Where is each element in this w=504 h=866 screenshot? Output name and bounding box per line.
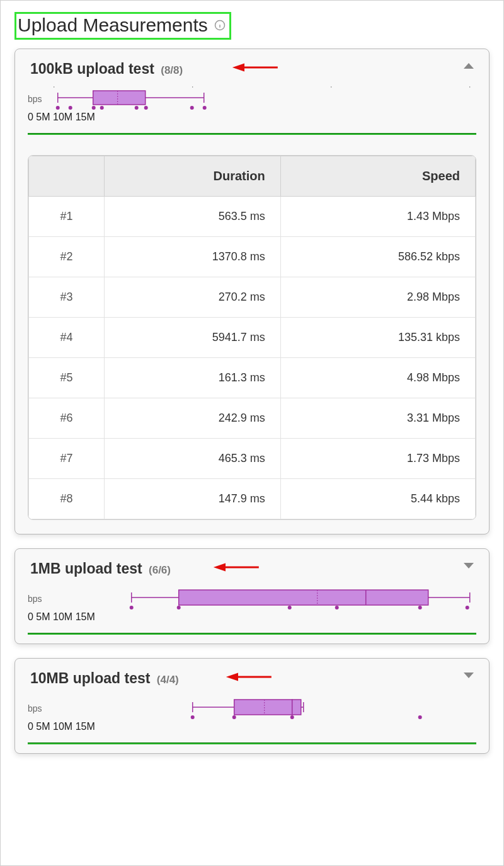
upload-measurements-card: Upload Measurements 100kB upload test (8… — [0, 0, 504, 866]
section-title-highlight: Upload Measurements — [14, 12, 231, 40]
panel-count: (6/6) — [149, 564, 171, 576]
svg-point-35 — [465, 606, 469, 609]
chevron-up-icon — [464, 63, 474, 69]
chevron-down-icon — [464, 563, 474, 569]
svg-point-46 — [290, 715, 294, 719]
panel-header-100kb[interactable]: 100kB upload test (8/8) — [15, 49, 489, 78]
panel-title: 10MB upload test — [30, 670, 150, 686]
svg-point-31 — [176, 606, 180, 609]
svg-rect-42 — [292, 700, 301, 715]
divider — [28, 633, 476, 635]
svg-marker-37 — [226, 673, 238, 681]
svg-rect-41 — [234, 700, 292, 715]
col-index — [29, 156, 105, 197]
divider — [28, 742, 476, 744]
table-row: #7465.3 ms1.73 Mbps — [29, 439, 476, 479]
annotation-arrow-icon — [223, 670, 273, 684]
table-row: #6242.9 ms3.31 Mbps — [29, 398, 476, 439]
panel-header-1mb[interactable]: 1MB upload test (6/6) — [15, 549, 489, 577]
svg-point-34 — [418, 606, 421, 609]
table-row: #21370.8 ms586.52 kbps — [29, 237, 476, 277]
panel-count: (8/8) — [161, 64, 183, 76]
svg-point-15 — [144, 106, 147, 110]
axis-unit-label: bps — [28, 594, 42, 604]
axis-labels: 0 5M 10M 15M — [28, 721, 476, 734]
boxplot-100kb: bps — [15, 78, 489, 130]
svg-marker-4 — [232, 64, 244, 72]
svg-point-14 — [134, 106, 138, 110]
svg-point-17 — [202, 106, 206, 110]
svg-marker-23 — [214, 563, 226, 572]
table-row: #1563.5 ms1.43 Mbps — [29, 197, 476, 237]
boxplot-10mb: bps 0 — [15, 687, 489, 740]
svg-point-10 — [55, 106, 59, 110]
table-row: #3270.2 ms2.98 Mbps — [29, 277, 476, 318]
table-row: #45941.7 ms135.31 kbps — [29, 318, 476, 358]
panel-header-10mb[interactable]: 10MB upload test (4/4) — [15, 659, 489, 687]
panel-count: (4/4) — [157, 674, 179, 686]
col-speed: Speed — [280, 156, 475, 197]
annotation-arrow-icon — [210, 560, 261, 574]
section-title: Upload Measurements — [18, 14, 208, 36]
results-table-100kb: Duration Speed #1563.5 ms1.43 Mbps #2137… — [28, 155, 476, 520]
axis-labels: 0 5M 10M 15M — [28, 611, 476, 624]
svg-point-12 — [91, 106, 95, 110]
svg-point-33 — [335, 606, 338, 609]
svg-rect-27 — [178, 590, 428, 605]
boxplot-1mb: bps — [15, 577, 489, 630]
table-row: #5161.3 ms4.98 Mbps — [29, 358, 476, 398]
svg-point-30 — [129, 606, 133, 609]
axis-unit-label: bps — [28, 94, 42, 104]
col-duration: Duration — [105, 156, 281, 197]
divider — [28, 133, 476, 135]
panel-100kb: 100kB upload test (8/8) bps — [14, 49, 490, 534]
svg-point-32 — [287, 606, 291, 609]
info-icon[interactable] — [214, 20, 226, 31]
table-row: #8147.9 ms5.44 kbps — [29, 479, 476, 519]
boxplot-svg — [47, 86, 476, 112]
axis-unit-label: bps — [28, 703, 42, 713]
panel-1mb: 1MB upload test (6/6) bps — [14, 548, 490, 644]
annotation-arrow-icon — [229, 61, 280, 74]
chevron-down-icon — [464, 673, 474, 678]
panel-title: 1MB upload test — [30, 560, 142, 577]
svg-point-13 — [100, 106, 103, 110]
table-header-row: Duration Speed — [29, 156, 476, 197]
svg-point-47 — [418, 715, 421, 719]
svg-point-16 — [190, 106, 193, 110]
boxplot-svg — [47, 696, 476, 721]
svg-point-44 — [190, 715, 194, 719]
panel-10mb: 10MB upload test (4/4) bps — [14, 658, 490, 754]
axis-labels: 0 5M 10M 15M — [28, 112, 476, 124]
svg-point-45 — [232, 715, 236, 719]
boxplot-svg — [47, 586, 476, 611]
svg-point-11 — [68, 106, 72, 110]
svg-rect-8 — [93, 91, 145, 105]
panel-title: 100kB upload test — [30, 61, 154, 77]
